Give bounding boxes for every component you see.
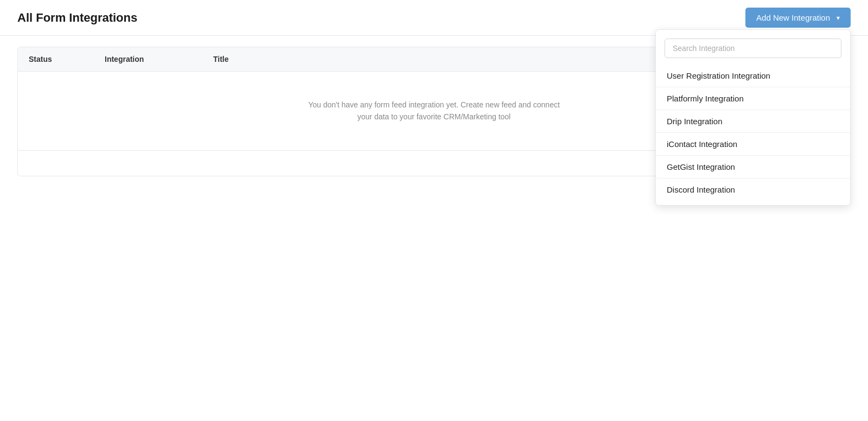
empty-message-line1: You don't have any form feed integration…: [308, 100, 560, 109]
integration-dropdown: User Registration Integration Platformly…: [655, 29, 851, 206]
column-status: Status: [29, 55, 105, 63]
dropdown-item-getgist[interactable]: GetGist Integration: [656, 156, 850, 178]
page-title: All Form Integrations: [17, 11, 137, 25]
dropdown-item-discord[interactable]: Discord Integration: [656, 178, 850, 201]
dropdown-item-drip[interactable]: Drip Integration: [656, 110, 850, 133]
search-wrapper: [656, 39, 850, 65]
dropdown-item-platformly[interactable]: Platformly Integration: [656, 87, 850, 110]
column-integration: Integration: [105, 55, 213, 63]
chevron-down-icon: ▾: [837, 14, 840, 22]
add-new-label: Add New Integration: [756, 13, 830, 22]
add-new-integration-button[interactable]: Add New Integration ▾: [745, 8, 851, 28]
search-integration-input[interactable]: [665, 39, 841, 58]
dropdown-item-icontact[interactable]: iContact Integration: [656, 133, 850, 156]
dropdown-item-user-registration[interactable]: User Registration Integration: [656, 65, 850, 87]
empty-message-line2: your data to your favorite CRM/Marketing…: [358, 112, 510, 121]
